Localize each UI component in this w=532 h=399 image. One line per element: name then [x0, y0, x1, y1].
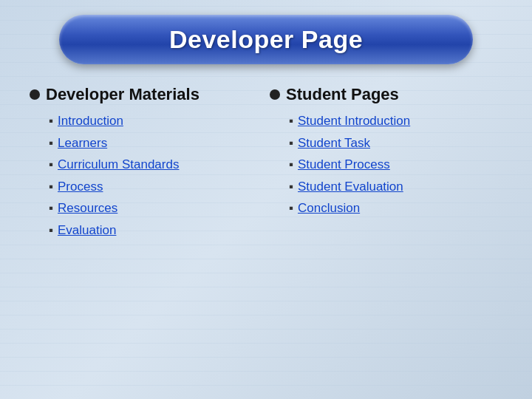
list-item: ▪ Student Process	[289, 155, 502, 174]
page-title: Developer Page	[169, 25, 363, 53]
title-pill: Developer Page	[59, 15, 473, 64]
list-bullet: ▪	[49, 155, 53, 174]
student-section-title: Student Pages	[286, 85, 399, 104]
list-item: ▪ Process	[49, 177, 262, 197]
list-bullet: ▪	[49, 134, 53, 153]
dev-link-evaluation[interactable]: Evaluation	[58, 221, 116, 240]
list-bullet: ▪	[289, 155, 293, 174]
content-area: Developer Materials ▪ Introduction ▪ Lea…	[22, 85, 510, 239]
dev-link-introduction[interactable]: Introduction	[58, 112, 123, 131]
list-bullet: ▪	[49, 177, 53, 197]
list-item: ▪ Learners	[49, 134, 262, 153]
student-link-evaluation[interactable]: Student Evaluation	[298, 177, 403, 197]
list-bullet: ▪	[289, 199, 293, 218]
list-item: ▪ Student Task	[289, 134, 502, 153]
student-section-header: Student Pages	[270, 85, 502, 104]
student-list: ▪ Student Introduction ▪ Student Task ▪ …	[270, 112, 502, 218]
list-bullet: ▪	[289, 177, 293, 197]
developer-list: ▪ Introduction ▪ Learners ▪ Curriculum S…	[30, 112, 262, 239]
dev-link-resources[interactable]: Resources	[58, 199, 117, 218]
list-bullet: ▪	[289, 112, 293, 131]
list-bullet: ▪	[49, 199, 53, 218]
developer-bullet	[30, 89, 40, 100]
student-link-task[interactable]: Student Task	[298, 134, 370, 153]
list-item: ▪ Conclusion	[289, 199, 502, 218]
dev-link-learners[interactable]: Learners	[58, 134, 107, 153]
page-container: Developer Page Developer Materials ▪ Int…	[0, 0, 532, 399]
student-link-introduction[interactable]: Student Introduction	[298, 112, 410, 131]
list-item: ▪ Student Introduction	[289, 112, 502, 131]
student-bullet	[270, 89, 280, 100]
list-item: ▪ Evaluation	[49, 221, 262, 240]
student-column: Student Pages ▪ Student Introduction ▪ S…	[270, 85, 502, 218]
dev-link-process[interactable]: Process	[58, 177, 103, 197]
student-link-process[interactable]: Student Process	[298, 155, 390, 174]
developer-section-header: Developer Materials	[30, 85, 262, 104]
developer-section-title: Developer Materials	[46, 85, 200, 104]
list-item: ▪ Curriculum Standards	[49, 155, 262, 174]
list-bullet: ▪	[49, 112, 53, 131]
student-link-conclusion[interactable]: Conclusion	[298, 199, 360, 218]
list-item: ▪ Student Evaluation	[289, 177, 502, 197]
list-bullet: ▪	[49, 221, 53, 240]
list-bullet: ▪	[289, 134, 293, 153]
dev-link-curriculum[interactable]: Curriculum Standards	[58, 155, 179, 174]
list-item: ▪ Introduction	[49, 112, 262, 131]
developer-column: Developer Materials ▪ Introduction ▪ Lea…	[30, 85, 262, 239]
list-item: ▪ Resources	[49, 199, 262, 218]
